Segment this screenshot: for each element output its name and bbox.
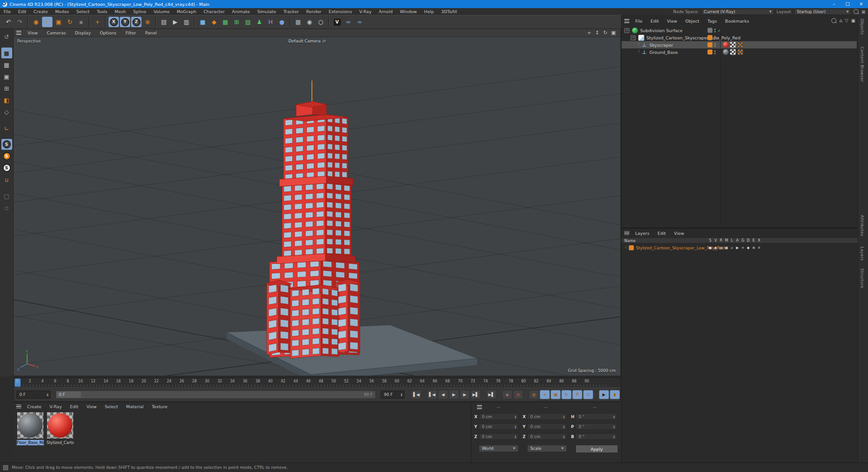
separator[interactable] [328,17,330,28]
slider-grip[interactable]: 0 F [57,391,81,398]
apply-button[interactable]: Apply [576,445,618,453]
separator[interactable] [27,17,28,28]
next-frame-button[interactable]: ▶ [460,390,470,399]
tab-objects[interactable]: Objects [860,19,864,35]
view-toggle-icon[interactable]: ◉ [713,246,718,250]
layer-chip[interactable] [708,50,712,55]
layer-chip[interactable] [708,35,712,40]
prev-frame-button[interactable]: ◀ [438,390,448,399]
menu-item[interactable]: Animate [228,8,254,15]
panel-icon[interactable]: ▣ [851,18,855,23]
object-row-skyscraper-null[interactable]: − Stylized_Cartoon_Skyscraper_Low_Poly_R… [622,34,857,41]
texture-mode-button[interactable]: ▩ [1,59,12,70]
spinner-icon[interactable]: ▲▼ [44,393,48,396]
viewport-menu-item[interactable]: Cameras [42,30,71,35]
material-menu-item[interactable]: Edit [66,404,82,409]
visibility-dots-icon[interactable] [714,43,716,47]
character-button[interactable]: ♟ [254,17,264,27]
goto-start-button[interactable]: ▌◀ [411,390,421,399]
next-key-button[interactable]: ▶▌ [471,390,481,399]
object-row-ground-base[interactable]: └ ⊥ Ground_Base [622,48,857,56]
script-button-1[interactable]: ≈ [343,17,354,27]
menu-item[interactable]: Spline [129,8,150,15]
interface-palette-icon[interactable]: ▦ [861,10,865,14]
minimize-button[interactable]: – [827,0,841,8]
keyframe-selection-button[interactable]: ◎ [529,390,539,399]
material-thumbnail[interactable] [17,412,43,439]
snap-mode-button[interactable]: S [1,151,12,162]
object-manager-menu-item[interactable]: View [663,19,681,24]
material-menu-item[interactable]: Select [101,404,122,409]
uvw-tag-icon[interactable] [730,42,736,48]
layer-manager-menu-item[interactable]: Layers [631,231,653,236]
redo-button[interactable]: ↷ [14,17,25,27]
expressions-toggle-icon[interactable]: ⊕ [751,246,756,250]
move-tool[interactable]: + [42,17,52,27]
layer-manager-menu-item[interactable]: View [670,231,689,236]
model-mode-button[interactable]: ■ [1,48,12,58]
visibility-dots-icon[interactable] [714,29,716,32]
misc-tool-button[interactable]: ▫ [1,202,12,213]
node-space-dropdown[interactable]: Current (V-Ray)▼ [702,9,774,15]
deformer-button[interactable]: ▨ [243,17,253,27]
material-menu-item[interactable]: V-Ray [46,404,66,409]
render-toggle-icon[interactable]: ▤ [718,246,724,250]
volume-button[interactable]: ● [277,17,287,27]
object-manager-menu-item[interactable]: Edit [646,19,663,24]
script-button-2[interactable]: ≈ [354,17,365,27]
object-row-skyscraper[interactable]: ├ ⊥ Skyscraper [622,41,857,48]
camera-swap-icon[interactable]: ⇄ [322,39,326,43]
play-button[interactable]: ▶ [449,390,459,399]
frame-range-slider[interactable]: 0 F 90 F [56,391,375,398]
menu-item[interactable]: Edit [14,8,30,15]
menu-item[interactable]: Create [30,8,52,15]
menu-item[interactable]: Arnold [375,8,396,15]
spline-pen-button[interactable]: ◆ [209,17,219,27]
home-icon[interactable]: ⌂ [839,18,842,23]
viewport-toggle-icon[interactable]: ▣ [610,30,617,36]
search-icon[interactable] [831,18,836,23]
material-item[interactable]: Stylized_Cartoon_ [46,412,74,445]
menu-item[interactable]: Tracker [280,8,302,15]
material-name[interactable]: Floor_Base_MAT [17,440,44,445]
layer-color-chip[interactable] [629,245,634,250]
menu-item[interactable]: Character [200,8,228,15]
layer-chip[interactable] [708,28,712,33]
light-button[interactable]: ○ [316,17,326,27]
autokey-button[interactable]: ◎ [513,390,523,399]
separator[interactable] [105,17,106,28]
separator[interactable] [89,17,90,28]
record-objects-button[interactable]: ◆ [502,390,512,399]
layer-chip[interactable] [708,43,712,48]
vray-button[interactable]: V [332,17,342,27]
prev-key-button[interactable]: ▌◀ [427,390,437,399]
size-z-field[interactable]: 0 cm▲▼ [527,433,567,440]
enable-axis-button[interactable]: ∟ [1,123,12,133]
menu-item[interactable]: 3DToAll [438,8,461,15]
menu-item[interactable]: V-Ray [356,8,375,15]
workplane-lock-button[interactable]: □ [1,191,12,201]
menu-item[interactable]: Render [302,8,325,15]
menu-item[interactable]: Help [420,8,438,15]
workplane-mode-button[interactable]: ▣ [1,71,12,82]
tab-content-browser[interactable]: Content Browser [860,47,864,82]
rot-p-field[interactable]: 0 °▲▼ [576,423,617,430]
tab-layers[interactable]: Layers [860,247,864,261]
points-mode-button[interactable]: ⊞ [1,83,12,94]
viewport-menu-item[interactable]: View [23,30,42,35]
spline-helper-button[interactable]: H [265,17,276,27]
menu-item[interactable]: Mesh [111,8,129,15]
timeline-ruler[interactable]: 0246810121416182022242628303234363840424… [14,377,620,387]
pos-z-field[interactable]: 0 cm▲▼ [479,433,519,440]
layer-row[interactable]: └ Stylized_Cartoon_Skyscraper_Low_Poly_R… [622,244,859,251]
coordinate-system-button[interactable]: ⊕ [142,17,153,27]
layer-manager-menu-item[interactable]: Edit [653,231,670,236]
panel-menu-icon[interactable] [624,19,629,23]
menu-item[interactable]: Modes [52,8,73,15]
menu-item[interactable]: Window [396,8,420,15]
animation-toggle-icon[interactable]: ▶ [735,246,740,250]
object-manager-menu-item[interactable]: Bookmarks [721,19,753,24]
record-scale-toggle[interactable]: ▣ [551,390,561,399]
view-type-label[interactable]: Perspective [17,39,41,43]
object-manager-menu-item[interactable]: Tags [703,19,721,24]
